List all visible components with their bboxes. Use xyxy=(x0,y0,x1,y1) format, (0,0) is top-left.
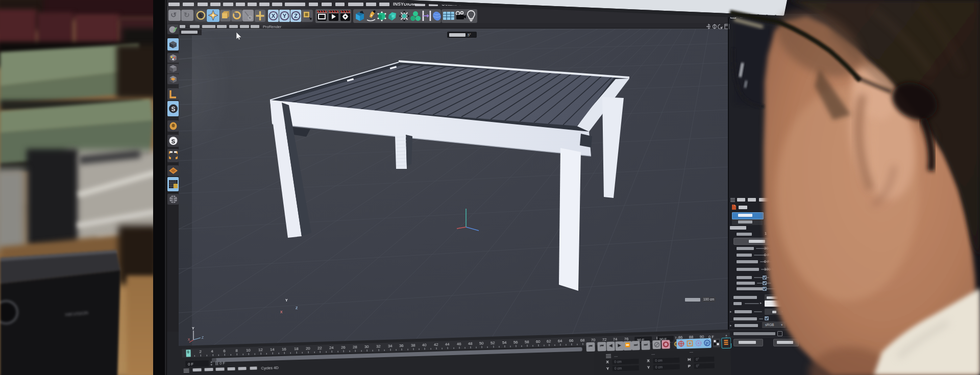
svg-text:Z: Z xyxy=(202,336,204,339)
svg-text:Y: Y xyxy=(192,327,194,330)
svg-text:X: X xyxy=(188,338,190,341)
